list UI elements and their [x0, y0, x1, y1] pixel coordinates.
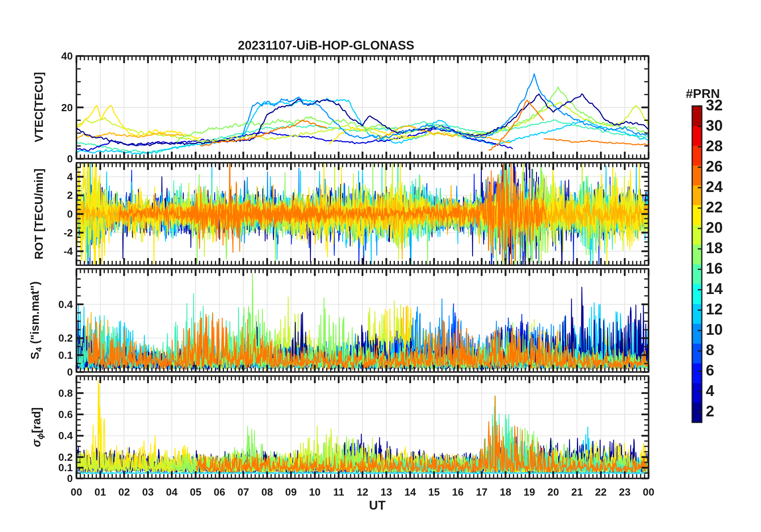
colorbar-tick-label: 22: [706, 198, 723, 216]
y-tick-label: 40: [28, 49, 73, 63]
y-tick-label: 0: [28, 152, 73, 166]
y-tick-label: -2: [28, 226, 73, 240]
colorbar-tick-label: 4: [706, 382, 714, 400]
y-tick-label: 0.4: [28, 298, 73, 311]
y-tick-label: 0: [28, 207, 73, 221]
chart-canvas: [0, 0, 761, 532]
y-tick-label: 0.6: [28, 408, 73, 421]
y-tick-label: 20: [28, 101, 73, 114]
x-tick-label: 06: [207, 485, 232, 499]
x-tick-label: 04: [159, 485, 184, 499]
x-tick-label: 07: [230, 485, 256, 499]
x-tick-label: 01: [88, 485, 113, 499]
x-tick-label: 09: [278, 485, 304, 499]
x-tick-label: 10: [302, 485, 328, 499]
colorbar-tick-label: 2: [706, 402, 714, 420]
colorbar-tick-label: 8: [706, 341, 714, 359]
y-tick-label: 0.1: [28, 348, 73, 362]
colorbar-tick-label: 18: [706, 239, 723, 257]
x-tick-label: 05: [183, 485, 208, 499]
x-tick-label: 19: [517, 485, 542, 499]
colorbar-tick-label: 26: [706, 158, 723, 175]
x-tick-label: 17: [469, 485, 495, 499]
x-tick-label: 00: [636, 485, 661, 499]
x-tick-label: 13: [374, 485, 399, 499]
x-tick-label: 16: [445, 485, 471, 499]
y-tick-label: 4: [28, 170, 73, 184]
y-axis-label-s4: S4 ("ism.mat"): [28, 281, 44, 359]
colorbar-tick-label: 20: [706, 219, 723, 236]
x-tick-label: 15: [421, 485, 447, 499]
colorbar-tick-label: 24: [706, 178, 723, 196]
colorbar-tick-label: 30: [706, 117, 723, 134]
chart-title: 20231107-UiB-HOP-GLONASS: [238, 38, 414, 53]
y-tick-label: 0.8: [28, 386, 73, 400]
x-tick-label: 08: [254, 485, 280, 499]
x-axis-label: UT: [369, 498, 385, 513]
x-tick-label: 20: [541, 485, 566, 499]
colorbar-tick-label: 14: [706, 280, 723, 298]
x-tick-label: 18: [493, 485, 519, 499]
colorbar-tick-label: 10: [706, 321, 723, 338]
x-tick-label: 11: [326, 485, 351, 499]
x-tick-label: 22: [588, 485, 614, 499]
colorbar-tick-label: 28: [706, 137, 723, 155]
y-tick-label: -4: [28, 244, 73, 258]
y-tick-label: 2: [28, 188, 73, 202]
x-tick-label: 12: [350, 485, 375, 499]
y-tick-label: 0.4: [28, 429, 73, 442]
colorbar-tick-label: 6: [706, 362, 714, 379]
colorbar-tick-label: 12: [706, 300, 723, 318]
colorbar-tick-label: 32: [706, 96, 723, 114]
x-tick-label: 02: [111, 485, 137, 499]
x-tick-label: 14: [397, 485, 423, 499]
y-tick-label: 0: [28, 365, 73, 379]
glonass-monitor-figure: 20231107-UiB-HOP-GLONASS VTEC[TECU] ROT …: [0, 0, 761, 532]
x-tick-label: 23: [612, 485, 637, 499]
y-tick-label: 0.2: [28, 450, 73, 464]
x-tick-label: 21: [564, 485, 590, 499]
x-tick-label: 03: [135, 485, 161, 499]
x-tick-label: 00: [64, 485, 89, 499]
y-tick-label: 0.2: [28, 331, 73, 345]
colorbar-tick-label: 16: [706, 260, 723, 277]
